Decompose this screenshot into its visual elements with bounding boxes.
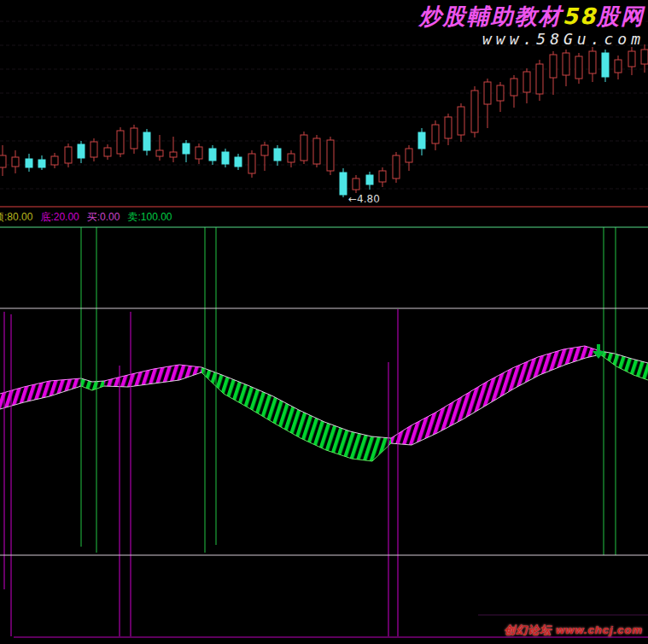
param-sell: 卖:100.00: [127, 210, 172, 225]
brand-url: www.58Gu.com: [419, 31, 645, 48]
watermark-chcj-forum: 创幻论坛 www.chcj.com: [505, 623, 643, 638]
trading-app-screenshot: 炒股輔助教材58股网 www.58Gu.com 顶:80.00 底:20.00 …: [0, 0, 648, 644]
param-top: 顶:80.00: [0, 210, 32, 225]
brand-title-post: 股网: [597, 3, 645, 29]
chart-canvas[interactable]: [0, 0, 648, 644]
brand-title-pre: 炒股輔助教材: [419, 3, 563, 29]
param-buy: 买:0.00: [87, 210, 120, 225]
brand-title-number: 58: [563, 3, 597, 29]
watermark-58gu: 炒股輔助教材58股网 www.58Gu.com: [419, 4, 645, 47]
brand-title: 炒股輔助教材58股网: [419, 4, 645, 29]
indicator-params-row: 顶:80.00 底:20.00 买:0.00 卖:100.00: [0, 210, 172, 225]
price-low-annotation: ←4.80: [348, 193, 380, 205]
param-bottom: 底:20.00: [40, 210, 79, 225]
